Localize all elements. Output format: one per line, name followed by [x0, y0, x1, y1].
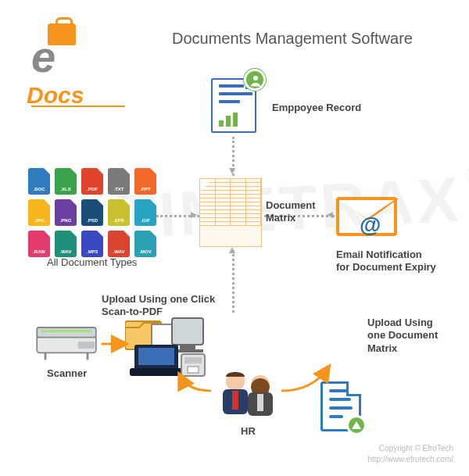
filetype-badge: .MOV: [134, 231, 156, 257]
hr-people-icon: [215, 367, 281, 422]
copyright-line: Copyright © EfroTech: [368, 443, 454, 454]
node-label-doc-types: All Document Types: [47, 256, 137, 269]
svg-rect-13: [138, 348, 174, 365]
svg-rect-4: [77, 342, 95, 349]
filetype-badge: .PDF: [81, 168, 103, 195]
filetype-badge: .JPG: [28, 199, 50, 226]
filetype-badge: .PSD: [81, 199, 103, 226]
node-label-email-notify: Email Notification for Document Expiry: [336, 249, 438, 274]
node-label-document-matrix: Document Matrix: [266, 199, 328, 225]
copyright-footer: Copyright © EfroTech http://www.efrotech…: [368, 443, 454, 465]
node-label-scan-upload: Upload Using one Click Scan-to-PDF: [102, 293, 219, 319]
briefcase-icon: [48, 23, 76, 45]
filetype-badge: .XLS: [55, 168, 77, 195]
node-label-hr: HR: [241, 425, 256, 438]
connector: [232, 137, 234, 176]
connector: [232, 250, 234, 313]
svg-rect-23: [257, 394, 263, 411]
page-title: Documents Management Software: [172, 30, 413, 48]
filetype-badge: .WAV: [108, 231, 130, 257]
connector: [156, 215, 199, 217]
filetype-badge: .PPT: [134, 168, 156, 195]
svg-rect-14: [130, 368, 183, 376]
filetype-badge: .RAW: [28, 231, 50, 257]
filetype-badge: .GIF: [134, 199, 156, 226]
filetype-badge: .PNG: [55, 199, 77, 226]
filetype-badge: .MP3: [81, 231, 103, 257]
filetype-badge: .WAV: [55, 231, 77, 257]
copyright-url: http://www.efrotech.com/: [368, 454, 454, 465]
devices-icon: [125, 317, 219, 379]
upload-document-icon: [320, 381, 361, 431]
node-label-matrix-upload: Upload Using one Document Matrix: [367, 317, 453, 355]
document-matrix-icon: [199, 178, 262, 247]
svg-rect-3: [41, 330, 92, 333]
email-icon: @: [336, 197, 399, 242]
svg-rect-16: [184, 357, 202, 363]
filetype-badge: .TXT: [108, 168, 130, 195]
svg-rect-10: [180, 345, 195, 349]
scanner-icon: [31, 313, 102, 363]
person-badge-icon: [244, 69, 266, 91]
filetype-grid: .DOC.XLS.PDF.TXT.PPT.JPG.PNG.PSD.EPS.GIF…: [28, 168, 161, 257]
svg-rect-17: [188, 367, 199, 373]
node-label-scanner: Scanner: [47, 367, 87, 380]
filetype-badge: .DOC: [28, 168, 50, 195]
brand-suffix: Docs: [27, 82, 84, 108]
svg-rect-20: [232, 391, 238, 410]
svg-rect-9: [172, 318, 203, 345]
node-label-employee-record: Emppoyee Record: [272, 102, 361, 114]
upload-arrow-icon: [346, 415, 367, 435]
brand-logo: eDocs: [31, 23, 125, 107]
filetype-badge: .EPS: [108, 199, 130, 226]
svg-point-0: [253, 76, 258, 81]
